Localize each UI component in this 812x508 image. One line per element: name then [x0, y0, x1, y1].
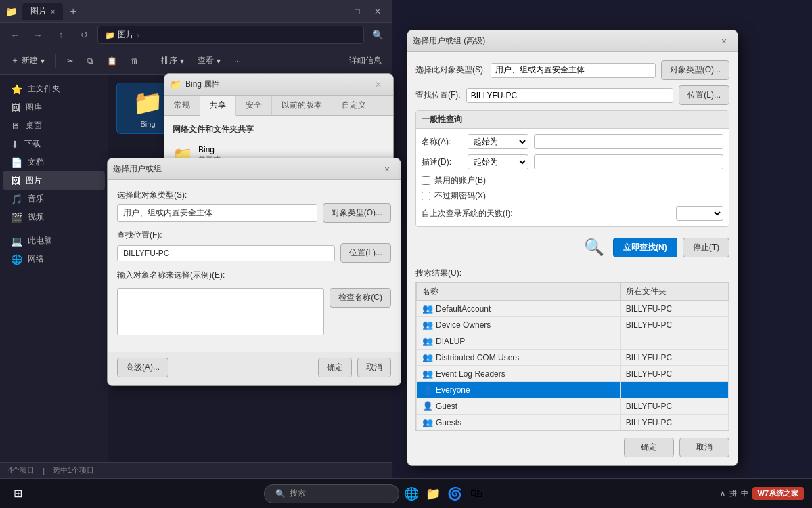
taskbar-icon-browser[interactable]: 🌀	[445, 484, 464, 503]
adv-name-input[interactable]	[534, 134, 723, 149]
search-btn[interactable]: 🔍	[368, 26, 387, 45]
adv-search-btn[interactable]: 立即查找(N)	[613, 238, 677, 257]
maximize-btn[interactable]: □	[348, 2, 367, 21]
tab-general[interactable]: 常规	[164, 96, 200, 115]
taskbar-ime[interactable]: 拼	[729, 488, 737, 499]
address-path[interactable]: 📁 图片 ›	[97, 26, 364, 44]
adv-ok-btn[interactable]: 确定	[624, 438, 674, 457]
sidebar-item-docs[interactable]: 📄 文档	[3, 153, 105, 171]
thispc-icon: 💻	[11, 236, 22, 247]
adv-days-select[interactable]	[676, 206, 723, 221]
check-names-btn[interactable]: 检查名称(C)	[330, 288, 391, 308]
explorer-title-bar: 📁 图片 × + ─ □ ✕	[0, 0, 392, 23]
table-row[interactable]: 👥Distributed COM UsersBILLYFU-PC	[417, 350, 729, 366]
minimize-btn[interactable]: ─	[328, 2, 346, 21]
results-table: 名称 所在文件夹 👥DefaultAccountBILLYFU-PC👥Devic…	[416, 282, 729, 431]
more-btn[interactable]: ···	[229, 54, 246, 68]
tab-previous[interactable]: 以前的版本	[272, 96, 332, 115]
adv-desc-input[interactable]	[534, 154, 723, 169]
results-title: 搜索结果(U):	[415, 268, 729, 279]
select-user-close-btn[interactable]: ×	[379, 161, 395, 177]
select-user-title: 选择用户或组	[113, 163, 379, 175]
taskbar-icon-files[interactable]: 📁	[424, 484, 443, 503]
taskbar: ⊞ 🔍 搜索 🌐 📁 🌀 🛍 ∧ 拼 中 W7系统之家	[0, 478, 812, 508]
bing-dialog-minimize[interactable]: ─	[348, 75, 367, 94]
tab-share[interactable]: 共享	[200, 96, 236, 116]
sort-btn[interactable]: 排序 ▾	[156, 52, 189, 69]
delete-btn[interactable]: 🗑	[125, 54, 144, 68]
adv-cancel-btn[interactable]: 取消	[679, 438, 729, 457]
sidebar-item-network[interactable]: 🌐 网络	[3, 250, 105, 268]
table-row[interactable]: 👥Event Log ReadersBILLYFU-PC	[417, 366, 729, 382]
sidebar-item-thispc[interactable]: 💻 此电脑	[3, 232, 105, 250]
sidebar-item-videos[interactable]: 🎬 视频	[3, 208, 105, 226]
taskbar-icon-store[interactable]: 🛍	[467, 484, 486, 503]
object-type-btn[interactable]: 对象类型(O)...	[323, 203, 391, 223]
table-row[interactable]: 👤Everyone	[417, 382, 729, 398]
taskbar-lang[interactable]: 中	[741, 488, 748, 499]
up-btn[interactable]: ↑	[51, 26, 70, 45]
adv-object-type-input[interactable]	[491, 63, 655, 78]
su-cancel-btn[interactable]: 取消	[357, 358, 391, 377]
sidebar-item-desktop[interactable]: 🖥 桌面	[3, 117, 105, 135]
cut-btn[interactable]: ✂	[62, 54, 79, 68]
result-icon: 👥	[422, 320, 433, 330]
sidebar-label-music: 音乐	[28, 193, 44, 205]
result-icon: 👤	[422, 385, 433, 395]
sidebar-item-downloads[interactable]: ⬇ 下载	[3, 135, 105, 153]
adv-desc-select[interactable]: 起始为	[468, 154, 528, 169]
paste-btn[interactable]: 📋	[102, 54, 122, 68]
refresh-btn[interactable]: ↺	[74, 26, 93, 45]
start-btn[interactable]: ⊞	[5, 482, 30, 506]
adv-name-select[interactable]: 起始为	[468, 134, 528, 149]
user-input-area[interactable]	[117, 288, 324, 335]
sidebar-item-gallery[interactable]: 🖼 图库	[3, 98, 105, 117]
results-container[interactable]: 名称 所在文件夹 👥DefaultAccountBILLYFU-PC👥Devic…	[415, 282, 729, 431]
pictures-icon: 🖼	[11, 175, 20, 186]
close-btn[interactable]: ✕	[368, 2, 387, 21]
gallery-icon: 🖼	[11, 102, 20, 113]
adv-location-input[interactable]	[466, 88, 674, 103]
table-row[interactable]: 👥GuestsBILLYFU-PC	[417, 415, 729, 431]
adv-location-btn[interactable]: 位置(L)...	[679, 85, 729, 105]
advanced-btn[interactable]: 高级(A)...	[117, 358, 168, 377]
adv-stop-btn[interactable]: 停止(T)	[683, 238, 729, 257]
noexpire-checkbox[interactable]	[422, 192, 430, 200]
adv-close-btn[interactable]: ×	[716, 33, 732, 49]
bing-dialog-close[interactable]: ✕	[369, 75, 388, 94]
table-row[interactable]: 👥DefaultAccountBILLYFU-PC	[417, 301, 729, 317]
disabled-checkbox[interactable]	[422, 176, 430, 185]
forward-btn[interactable]: →	[28, 26, 47, 45]
sidebar-item-home[interactable]: ⭐ 主文件夹	[3, 80, 105, 98]
path-text: 图片	[118, 29, 134, 41]
taskbar-center: 🔍 搜索 🌐 📁 🌀 🛍	[30, 484, 720, 503]
sidebar: ⭐ 主文件夹 🖼 图库 🖥 桌面 ⬇ 下载 📄 文档 🖼 图片	[0, 75, 108, 462]
su-ok-btn[interactable]: 确定	[318, 358, 352, 377]
taskbar-icon-earth[interactable]: 🌐	[402, 484, 421, 503]
back-btn[interactable]: ←	[5, 26, 24, 45]
table-row[interactable]: 👥DIALUP	[417, 333, 729, 350]
new-tab-btn[interactable]: +	[66, 5, 80, 18]
adv-disabled-row: 禁用的账户(B)	[422, 175, 723, 186]
view-btn[interactable]: 查看 ▾	[192, 52, 226, 69]
table-row[interactable]: 👥Hyper-V AdministratorsBILLYFU-PC	[417, 431, 729, 431]
tab-security[interactable]: 安全	[236, 96, 272, 115]
details-btn[interactable]: 详细信息	[344, 52, 387, 69]
copy-btn[interactable]: ⧉	[82, 54, 99, 68]
tab-custom[interactable]: 自定义	[332, 96, 376, 115]
tab-close-btn[interactable]: ×	[51, 7, 55, 16]
sidebar-item-music[interactable]: 🎵 音乐	[3, 190, 105, 208]
explorer-tab[interactable]: 图片 ×	[22, 3, 63, 20]
new-btn[interactable]: ＋ 新建 ▾	[5, 52, 50, 69]
location-btn[interactable]: 位置(L)...	[340, 243, 391, 263]
table-row[interactable]: 👥Device OwnersBILLYFU-PC	[417, 317, 729, 333]
result-location-cell: BILLYFU-PC	[620, 317, 728, 333]
taskbar-search[interactable]: 🔍 搜索	[264, 484, 399, 503]
adv-object-type-btn[interactable]: 对象类型(O)...	[661, 60, 729, 80]
input-label-row: 输入对象名称来选择(示例)(E):	[117, 270, 391, 281]
sidebar-label-network: 网络	[28, 253, 44, 265]
adv-location-row: 查找位置(F): 位置(L)...	[415, 85, 729, 105]
sidebar-item-pictures[interactable]: 🖼 图片	[3, 171, 105, 190]
table-row[interactable]: 👤GuestBILLYFU-PC	[417, 398, 729, 415]
bing-dialog-tabs: 常规 共享 安全 以前的版本 自定义	[164, 96, 393, 116]
